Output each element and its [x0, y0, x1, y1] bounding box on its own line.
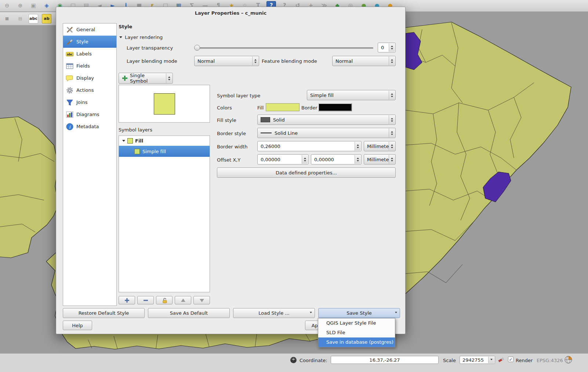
layer-rendering-expander[interactable]: Layer rendering: [119, 35, 163, 40]
style-icon: [66, 38, 74, 46]
move-down-button[interactable]: [193, 296, 210, 304]
coordinate-label: Coordinate:: [300, 358, 327, 363]
spin-arrows-icon[interactable]: [355, 142, 361, 151]
move-up-button[interactable]: [175, 296, 191, 304]
zoom-in-icon[interactable]: ⊕: [15, 1, 25, 11]
tree-item-fill[interactable]: Fill: [119, 136, 210, 146]
border-color-button[interactable]: [318, 103, 352, 111]
status-bar: Coordinate: 16.37,-26.27 Scale 2942755 R…: [0, 353, 588, 372]
save-style-button[interactable]: Save Style: [318, 308, 400, 318]
offset-x-spinbox[interactable]: 0,00000: [257, 154, 309, 165]
labeling-toolbar: ■▤abcab: [0, 12, 56, 25]
border-width-spinbox[interactable]: 0,26000: [257, 141, 362, 151]
fill-color-button[interactable]: [266, 103, 300, 111]
select-tool-icon[interactable]: ■: [2, 14, 12, 24]
zoom-out-icon[interactable]: ⊖: [2, 1, 12, 11]
fill-swatch-icon: [127, 138, 133, 144]
border-color-label: Border: [301, 105, 317, 111]
expander-arrow-icon: [119, 36, 122, 40]
sidebar-item-actions[interactable]: Actions: [63, 84, 116, 96]
layer-blending-combo[interactable]: Normal: [194, 56, 259, 66]
border-width-label: Border width: [217, 144, 248, 149]
sidebar-item-labels[interactable]: abc Labels: [63, 48, 116, 60]
crs-status-icon[interactable]: [565, 356, 572, 364]
restore-default-style-button[interactable]: Restore Default Style: [63, 308, 145, 318]
zoom-native-icon[interactable]: ▣: [29, 1, 38, 11]
coordinate-capture-icon[interactable]: [290, 357, 297, 364]
spin-arrows-icon[interactable]: [355, 155, 361, 164]
pan-map-icon[interactable]: ◈: [42, 1, 51, 11]
data-defined-properties-button[interactable]: Data defined properties...: [217, 167, 396, 178]
spin-arrows-icon[interactable]: [302, 155, 308, 164]
render-label: Render: [516, 358, 533, 363]
sidebar-item-fields[interactable]: Fields: [63, 60, 116, 72]
display-icon: [66, 74, 74, 82]
combo-arrows-icon: [252, 57, 258, 65]
symbol-layers-label: Symbol layers: [119, 127, 152, 133]
tree-item-simple-fill[interactable]: Simple fill: [119, 146, 210, 157]
diagrams-icon: [66, 111, 74, 119]
offset-label: Offset X,Y: [217, 157, 240, 163]
symbol-preview: [119, 85, 210, 123]
feature-blending-label: Feature blending mode: [262, 58, 317, 64]
save-style-menu: QGIS Layer Style FileSLD FileSave in dat…: [318, 318, 395, 347]
fill-style-label: Fill style: [217, 118, 236, 123]
sidebar-item-style[interactable]: Style: [63, 36, 116, 48]
joins-icon: [66, 98, 74, 106]
symbol-layer-type-combo[interactable]: Simple fill: [307, 90, 396, 100]
border-style-combo[interactable]: Solid Line: [257, 128, 396, 138]
combo-arrows-icon: [389, 129, 395, 137]
layer-transparency-label: Layer transparency: [127, 45, 173, 51]
help-button[interactable]: Help: [63, 321, 92, 330]
dropdown-caret-icon: [310, 312, 312, 314]
sidebar-item-display[interactable]: Display: [63, 72, 116, 84]
sidebar-item-joins[interactable]: Joins: [63, 96, 116, 108]
colors-label: Colors: [217, 105, 232, 111]
general-icon: [66, 26, 74, 34]
render-checkbox[interactable]: [508, 357, 513, 362]
layer-transparency-spinbox[interactable]: 0: [378, 43, 396, 53]
expander-arrow-icon: [122, 140, 125, 143]
map-refresh-icon[interactable]: [498, 356, 505, 363]
symbol-layer-type-label: Symbol layer type: [217, 93, 260, 98]
style-heading: Style: [119, 24, 132, 29]
border-style-label: Border style: [217, 131, 246, 136]
border-style-preview-icon: [261, 133, 272, 133]
remove-symbol-layer-button[interactable]: [137, 296, 154, 304]
border-width-unit-combo[interactable]: Millimeter: [364, 141, 396, 151]
single-symbol-icon: [122, 75, 128, 81]
spin-arrows-icon[interactable]: [389, 43, 395, 52]
layer-transparency-slider[interactable]: [194, 44, 373, 52]
coordinate-field[interactable]: 16.37,-26.27: [331, 356, 439, 364]
svg-text:abc: abc: [67, 53, 73, 56]
sidebar-item-metadata[interactable]: i Metadata: [63, 120, 116, 133]
slider-handle[interactable]: [194, 45, 200, 51]
symbol-preview-swatch: [154, 93, 175, 115]
feature-blending-combo[interactable]: Normal: [332, 56, 396, 66]
minus-icon: [143, 297, 149, 303]
offset-y-spinbox[interactable]: 0,00000: [311, 154, 362, 165]
dropdown-caret-icon: [395, 312, 397, 314]
load-style-button[interactable]: Load Style ...: [233, 308, 315, 318]
offset-unit-combo[interactable]: Millimeter: [364, 154, 396, 165]
scale-combo[interactable]: 2942755: [460, 356, 495, 364]
menu-item-save-in-database[interactable]: Save in database (postgres): [318, 337, 395, 347]
add-symbol-layer-button[interactable]: [119, 296, 135, 304]
arrow-up-icon: [181, 298, 186, 303]
combo-arrows-icon: [389, 142, 395, 151]
lock-color-button[interactable]: [156, 296, 173, 304]
sidebar-item-diagrams[interactable]: Diagrams: [63, 108, 116, 120]
combo-arrows-icon: [389, 57, 395, 65]
symbol-layers-tree: Fill Simple fill: [119, 136, 210, 292]
combo-caret-icon[interactable]: [488, 357, 494, 363]
save-as-default-button[interactable]: Save As Default: [148, 308, 230, 318]
fill-style-combo[interactable]: Solid: [257, 115, 396, 125]
fields-icon: [66, 62, 74, 70]
symbol-type-combo[interactable]: Single Symbol: [119, 73, 173, 84]
clipboard-icon[interactable]: ▤: [15, 14, 25, 24]
menu-item-qgis-layer-style-file[interactable]: QGIS Layer Style File: [318, 318, 395, 328]
label-abc-icon[interactable]: abc: [29, 14, 38, 24]
label-highlight-icon[interactable]: ab: [42, 14, 51, 24]
sidebar-item-general[interactable]: General: [63, 24, 116, 36]
menu-item-sld-file[interactable]: SLD File: [318, 328, 395, 337]
